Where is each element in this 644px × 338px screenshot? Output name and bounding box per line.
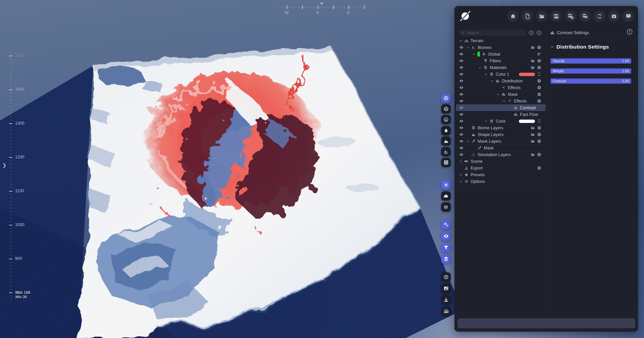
tree-row-filters[interactable]: Filters [456,58,545,64]
folder-icon[interactable] [531,132,535,137]
tree-row-biome-layers[interactable]: Biome Layers [456,125,545,131]
add-button[interactable] [537,166,541,170]
tree-row-global[interactable]: Global [456,51,545,58]
open-file-button[interactable] [536,10,547,22]
chevron-down-icon[interactable] [478,66,483,69]
tree-row-contrast[interactable]: Contrast [456,105,545,111]
settings-gears-button[interactable] [441,220,451,229]
app-logo-icon[interactable] [459,10,471,22]
add-button[interactable] [537,152,541,157]
add-button[interactable] [537,85,541,90]
panel-resize-handle[interactable] [452,305,454,313]
tree-row-options[interactable]: Options [456,178,545,185]
chevron-down-icon[interactable] [459,39,464,43]
visibility-button[interactable] [441,231,451,241]
section-distribution-settings[interactable]: Distribution Settings [550,44,609,50]
search-input[interactable] [466,30,524,35]
chevron-right-icon[interactable] [459,173,464,177]
stats-chart-button[interactable] [441,307,451,316]
help-button[interactable]: ? [623,10,634,22]
visibility-eye-icon[interactable] [459,59,466,63]
visibility-eye-icon[interactable] [459,126,466,130]
grid-tool-button[interactable] [441,158,451,167]
tree-row-distribution[interactable]: Distribution [456,78,545,84]
visibility-eye-icon[interactable] [459,106,466,110]
view-planet-button[interactable] [441,115,451,124]
filter-button[interactable] [441,243,451,252]
folder-icon[interactable] [531,126,535,130]
folder-icon[interactable] [531,139,535,143]
add-button[interactable] [537,126,541,130]
water-settings-button[interactable] [441,202,451,212]
add-button[interactable] [537,139,541,143]
sync-button[interactable] [594,10,605,22]
color-swatch[interactable] [519,73,535,76]
chevron-down-icon[interactable] [484,73,489,76]
chevron-down-icon[interactable] [466,46,471,49]
tree-row-scene[interactable]: Scene [456,158,545,165]
visibility-eye-icon[interactable] [459,79,466,83]
screenshot-button[interactable] [608,10,620,22]
chevron-down-icon[interactable] [472,53,477,56]
tree-row-fast-flow[interactable]: Fast Flow [456,111,545,118]
visibility-eye-icon[interactable] [459,132,466,137]
expand-left-panel-button[interactable]: ❯ [2,162,7,168]
new-file-button[interactable] [522,10,533,22]
tree-row-effects[interactable]: Effects [456,84,545,91]
tree-row-terrain[interactable]: Terrain [456,38,545,44]
chevron-down-icon[interactable] [490,79,495,83]
visibility-eye-icon[interactable] [459,99,466,103]
layer-color-chip[interactable] [477,52,480,57]
visibility-eye-icon[interactable] [459,45,466,50]
save-incremental-button[interactable] [579,10,591,22]
chevron-right-icon[interactable] [459,180,464,183]
column-divider[interactable] [547,28,547,315]
folder-icon[interactable] [531,59,535,63]
tree-row-color-1[interactable]: Color 1 [456,71,545,78]
tree-row-biomes[interactable]: Biomes [456,44,545,51]
contrast-slider[interactable]: Contrast5.00 [550,78,631,84]
chevron-down-icon[interactable] [466,140,471,143]
opacity-slider[interactable]: Opacity1.00 [550,58,631,64]
tree-row-effects[interactable]: Effects [456,98,545,105]
folder-icon[interactable] [531,45,535,50]
add-button[interactable] [537,65,541,70]
next-match-button[interactable] [536,30,542,36]
visibility-eye-icon[interactable] [459,52,466,56]
tree-row-mask[interactable]: Mask [456,91,545,98]
cloud-settings-button[interactable] [441,191,451,201]
tree-row-color[interactable]: Color [456,118,545,125]
mountain-tool-button[interactable] [441,136,451,146]
visibility-eye-icon[interactable] [459,72,466,76]
folder-icon[interactable] [531,152,535,157]
tree-row-simulation-layers[interactable]: Simulation Layers [456,151,545,158]
search-box[interactable] [459,30,526,36]
tree-row-materials[interactable]: Materials [456,64,545,71]
tree-row-presets[interactable]: Presets [456,172,545,178]
visibility-eye-icon[interactable] [459,112,466,117]
home-button[interactable] [507,10,519,22]
add-button[interactable] [537,59,541,63]
visibility-eye-icon[interactable] [459,152,466,157]
tree-row-mask[interactable]: Mask [456,145,545,151]
view-orbit-button[interactable] [441,104,451,114]
refresh-button[interactable] [537,72,541,76]
color-swatch[interactable] [519,120,535,123]
visibility-eye-icon[interactable] [459,85,466,90]
refresh-button[interactable] [537,119,541,123]
sun-settings-button[interactable] [441,180,451,190]
add-button[interactable] [537,79,541,83]
compass-bar[interactable]: WNES [267,1,382,16]
visibility-eye-icon[interactable] [459,139,466,143]
add-button[interactable] [537,132,541,137]
image-export-button[interactable] [441,284,451,293]
chevron-down-icon[interactable] [502,99,507,103]
visibility-eye-icon[interactable] [459,65,466,70]
view-terrain-button[interactable] [441,93,451,103]
chevron-right-icon[interactable] [459,160,464,163]
save-as-button[interactable] [565,10,576,22]
visibility-eye-icon[interactable] [459,119,466,123]
visibility-eye-icon[interactable] [459,146,466,150]
folder-icon[interactable] [531,65,535,70]
download-button[interactable] [441,295,451,305]
